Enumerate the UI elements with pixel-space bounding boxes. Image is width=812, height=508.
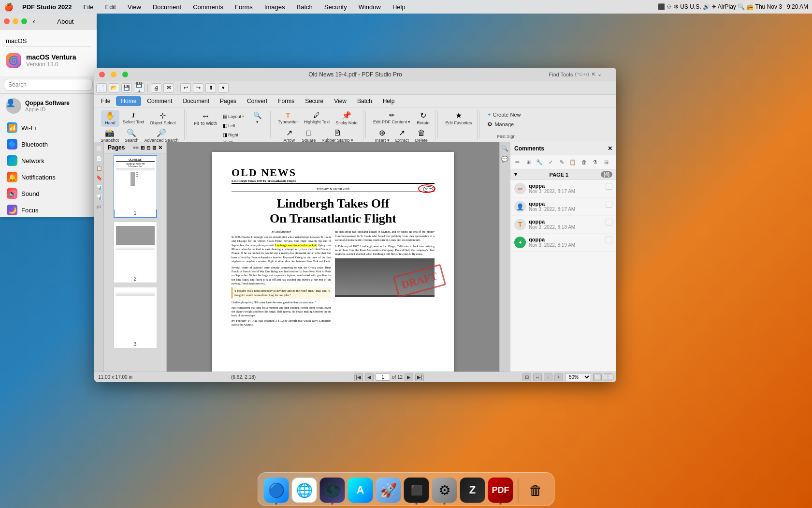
sidebar-tool-1[interactable]: ⬜: [95, 144, 103, 153]
security-menu[interactable]: Security: [321, 2, 350, 12]
pdf-view-menu[interactable]: View: [329, 96, 351, 106]
zoom-in-button[interactable]: +: [554, 374, 563, 381]
manage-button[interactable]: ⚙ Manage: [485, 120, 527, 129]
sidebar-tool-2[interactable]: 📄: [95, 154, 103, 163]
sys-pref-search-input[interactable]: [4, 79, 93, 90]
pages-split-icon[interactable]: ⊟: [146, 145, 150, 150]
print-button[interactable]: 🖨: [151, 83, 161, 93]
minimize-button[interactable]: [13, 18, 18, 24]
comment-tool-table[interactable]: ⊟: [601, 157, 611, 167]
pages-expand-icon[interactable]: ⊠: [152, 145, 156, 150]
pdf-close-button[interactable]: [99, 72, 105, 77]
page-thumb-1[interactable]: OLD NEWS Lindbergh Takes Off To Transatl…: [114, 155, 157, 218]
more-button[interactable]: ▾: [218, 83, 229, 93]
pdf-batch-menu[interactable]: Batch: [352, 96, 377, 106]
email-button[interactable]: ✉: [163, 83, 174, 93]
comment-tool-edit[interactable]: ✎: [557, 157, 566, 167]
dock-launchpad[interactable]: 🚀: [376, 478, 401, 503]
last-page-button[interactable]: ▶|: [415, 374, 424, 381]
back-button[interactable]: ‹: [33, 17, 35, 25]
comment-item-4[interactable]: ✦ qoppa Nov 3, 2022, 8:19 AM: [510, 234, 616, 252]
comments-close-icon[interactable]: ✕: [608, 145, 612, 152]
pdf-right-tool-2[interactable]: 💬: [501, 155, 509, 164]
pref-item-bluetooth[interactable]: 🔷 Bluetooth: [0, 136, 97, 152]
insert-button[interactable]: ⊕ Insert ▾: [373, 128, 392, 142]
pref-item-network[interactable]: 🌐 Network: [0, 152, 97, 169]
share-button[interactable]: ⬆: [205, 83, 216, 93]
file-menu[interactable]: File: [81, 2, 97, 12]
zoom-button[interactable]: 🔍 ▾: [250, 110, 265, 126]
comments-menu[interactable]: Comments: [190, 2, 226, 12]
dock-notch[interactable]: Z: [460, 478, 485, 503]
rubber-stamp-button[interactable]: 🖹 Rubber Stamp ▾: [319, 128, 356, 142]
pdf-comment-menu[interactable]: Comment: [142, 96, 177, 106]
zoom-select[interactable]: 50% 75% 100% 150%: [565, 373, 591, 381]
page-thumb-2[interactable]: 2: [114, 222, 157, 283]
comment-3-checkbox[interactable]: [606, 219, 612, 225]
find-tools-expand-icon[interactable]: ⌄: [597, 71, 602, 77]
redo-button[interactable]: ↪: [193, 83, 203, 93]
next-page-button[interactable]: ▶: [405, 374, 413, 381]
comment-item-3[interactable]: T qoppa Nov 3, 2022, 8:18 AM: [510, 216, 616, 234]
zoom-fit-page-button[interactable]: ⊡: [522, 374, 531, 381]
pdf-secure-menu[interactable]: Secure: [300, 96, 328, 106]
pdf-pages-menu[interactable]: Pages: [215, 96, 241, 106]
new-file-button[interactable]: 📄: [96, 83, 107, 93]
sidebar-tool-4[interactable]: 🔖: [95, 173, 103, 182]
sidebar-tool-6[interactable]: 📊: [95, 193, 103, 201]
dock-finder[interactable]: 🔵: [264, 478, 289, 503]
sidebar-tool-5[interactable]: 📊: [95, 183, 103, 192]
dock-terminal[interactable]: ⬛: [404, 478, 429, 503]
view-mode-double[interactable]: ⬜⬜: [604, 374, 612, 381]
search-button[interactable]: 🔍 Search: [122, 128, 141, 142]
save-as-button[interactable]: 💾+: [134, 83, 145, 93]
prev-page-button[interactable]: ◀: [365, 374, 374, 381]
fit-width-button[interactable]: ↔ Fit To Width: [192, 110, 219, 127]
dock-syspref[interactable]: ⚙: [432, 478, 457, 503]
page-thumb-3[interactable]: 3: [114, 287, 157, 348]
sidebar-tool-7[interactable]: 🏷: [95, 202, 103, 211]
comment-tool-1[interactable]: ✏: [512, 157, 522, 167]
comment-tool-copy[interactable]: 📋: [568, 157, 578, 167]
create-new-button[interactable]: + Create New: [485, 110, 527, 119]
sidebar-tool-3[interactable]: 📋: [95, 164, 103, 172]
comment-tool-delete[interactable]: 🗑: [579, 157, 589, 167]
comment-item-2[interactable]: 👤 qoppa Nov 3, 2022, 8:17 AM: [510, 198, 616, 216]
adv-search-button[interactable]: 🔎 Advanced Search: [142, 128, 181, 142]
dock-trash[interactable]: 🗑: [523, 478, 549, 503]
page-number-input[interactable]: [376, 374, 390, 381]
pages-sort-icon[interactable]: ≡≡: [133, 145, 139, 150]
apple-menu[interactable]: 🍎: [4, 2, 14, 12]
pdf-help-menu[interactable]: Help: [378, 96, 400, 106]
arrow-button[interactable]: ↗ Arrow: [280, 128, 298, 142]
first-page-button[interactable]: |◀: [354, 374, 363, 381]
highlight-text-button[interactable]: 🖊 Highlight Text: [301, 110, 332, 126]
pdf-maximize-button[interactable]: [122, 72, 128, 77]
open-file-button[interactable]: 📂: [109, 83, 119, 93]
pdf-document-view[interactable]: OLD NEWS Lindbergh Takes Off To Transatl…: [167, 142, 499, 372]
object-select-button[interactable]: ⊹ Object Select: [147, 110, 178, 127]
dock-appstore[interactable]: A: [348, 478, 373, 503]
edit-pdf-button[interactable]: ✏ Edit PDF Content ▾: [371, 110, 413, 126]
left-button[interactable]: ◧ Left: [220, 121, 249, 130]
find-tools-close-icon[interactable]: ✕: [591, 71, 595, 77]
snapshot-button[interactable]: 📸 Snapshot: [98, 128, 121, 142]
hand-tool-button[interactable]: ✋ Hand: [101, 110, 119, 127]
delete-button[interactable]: 🗑 Delete: [412, 128, 431, 142]
view-menu[interactable]: View: [125, 2, 144, 12]
pdf-document-menu[interactable]: Document: [178, 96, 214, 106]
pref-item-notifications[interactable]: 🔔 Notifications: [0, 169, 97, 185]
app-name-menu[interactable]: PDF Studio 2022: [19, 2, 75, 12]
page-group-header-1[interactable]: ▾ PAGE 1 (4): [510, 169, 616, 180]
maximize-button[interactable]: [21, 18, 27, 24]
pref-item-wifi[interactable]: 📶 Wi-Fi: [0, 120, 97, 136]
close-button[interactable]: [4, 18, 10, 24]
comment-item-1[interactable]: ✏ qoppa Nov 3, 2022, 8:17 AM: [510, 180, 616, 198]
layout-button[interactable]: ▤ Layout ▾: [220, 112, 249, 120]
comment-4-checkbox[interactable]: [606, 237, 612, 243]
zoom-out-button[interactable]: −: [544, 374, 552, 381]
undo-button[interactable]: ↩: [180, 83, 191, 93]
square-button[interactable]: □ Square: [299, 128, 318, 142]
edit-favorites-button[interactable]: ★ Edit Favorites: [443, 110, 474, 127]
comment-tool-check[interactable]: ✓: [546, 157, 555, 167]
